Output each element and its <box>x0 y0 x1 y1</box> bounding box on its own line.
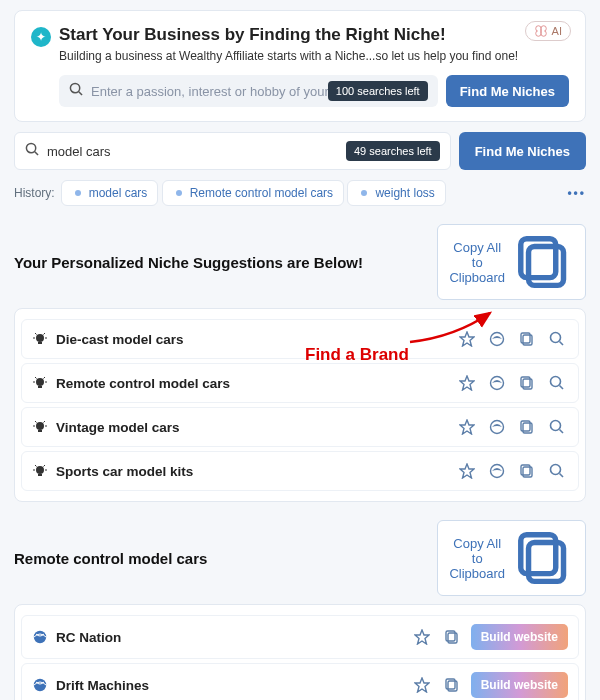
build-website-button[interactable]: Build website <box>471 624 568 650</box>
favorite-button[interactable] <box>456 460 478 482</box>
history-chip[interactable]: model cars <box>61 180 159 206</box>
brand-label: RC Nation <box>56 630 403 645</box>
copy-button[interactable] <box>516 372 538 394</box>
intro-find-button[interactable]: Find Me Niches <box>446 75 569 107</box>
history-chip[interactable]: weight loss <box>347 180 445 206</box>
favorite-button[interactable] <box>456 416 478 438</box>
suggestion-row: Sports car model kits <box>21 451 579 491</box>
copy-all-suggestions-button[interactable]: Copy All to Clipboard <box>437 224 586 300</box>
history-chip-label: Remote control model cars <box>190 186 333 200</box>
svg-point-14 <box>176 190 182 196</box>
brand-label: Drift Machines <box>56 678 403 693</box>
copy-button[interactable] <box>516 416 538 438</box>
search-icon <box>25 142 39 160</box>
copy-all-brands-button[interactable]: Copy All to Clipboard <box>437 520 586 596</box>
brands-list: RC NationBuild websiteDrift MachinesBuil… <box>14 604 586 700</box>
svg-point-15 <box>361 190 367 196</box>
tag-icon <box>358 187 370 199</box>
suggestion-label: Sports car model kits <box>56 464 448 479</box>
intro-subtitle: Building a business at Wealthy Affiliate… <box>59 49 569 63</box>
find-brand-button[interactable] <box>486 460 508 482</box>
history-row: History: model cars Remote control model… <box>14 180 586 206</box>
suggestions-list: Die-cast model carsRemote control model … <box>14 308 586 502</box>
bulb-icon <box>32 331 48 347</box>
history-chip-label: model cars <box>89 186 148 200</box>
search-icon <box>69 82 83 100</box>
brand-row: RC NationBuild website <box>21 615 579 659</box>
favorite-button[interactable] <box>411 674 433 696</box>
search-button[interactable] <box>546 372 568 394</box>
brands-heading: Remote control model cars <box>14 550 207 567</box>
copy-button[interactable] <box>441 626 463 648</box>
intro-card: AI ✦ Start Your Business by Finding the … <box>14 10 586 122</box>
copy-button[interactable] <box>516 328 538 350</box>
history-chip-label: weight loss <box>375 186 434 200</box>
suggestion-label: Vintage model cars <box>56 420 448 435</box>
find-brand-button[interactable] <box>486 416 508 438</box>
favorite-button[interactable] <box>456 372 478 394</box>
svg-point-13 <box>75 190 81 196</box>
brain-icon <box>534 24 548 38</box>
tag-icon <box>72 187 84 199</box>
main-find-button[interactable]: Find Me Niches <box>459 132 586 170</box>
bulb-icon <box>32 375 48 391</box>
brand-row: Drift MachinesBuild website <box>21 663 579 700</box>
search-button[interactable] <box>546 416 568 438</box>
copy-icon <box>513 527 575 589</box>
history-more-button[interactable]: ••• <box>567 186 586 200</box>
build-website-button[interactable]: Build website <box>471 672 568 698</box>
niche-icon: ✦ <box>31 27 51 47</box>
favorite-button[interactable] <box>456 328 478 350</box>
intro-title: Start Your Business by Finding the Right… <box>59 25 446 45</box>
history-chip[interactable]: Remote control model cars <box>162 180 344 206</box>
main-searches-left: 49 searches left <box>346 141 440 161</box>
tag-icon <box>173 187 185 199</box>
bulb-icon <box>32 463 48 479</box>
search-button[interactable] <box>546 460 568 482</box>
globe-icon <box>32 677 48 693</box>
main-search-row: 49 searches left Find Me Niches <box>14 132 586 170</box>
find-brand-button[interactable] <box>486 372 508 394</box>
suggestions-heading: Your Personalized Niche Suggestions are … <box>14 254 363 271</box>
copy-button[interactable] <box>516 460 538 482</box>
bulb-icon <box>32 419 48 435</box>
search-button[interactable] <box>546 328 568 350</box>
find-brand-button[interactable] <box>486 328 508 350</box>
suggestion-row: Vintage model cars <box>21 407 579 447</box>
globe-icon <box>32 629 48 645</box>
suggestion-row: Die-cast model cars <box>21 319 579 359</box>
copy-button[interactable] <box>441 674 463 696</box>
history-label: History: <box>14 186 55 200</box>
main-search-input[interactable] <box>47 144 346 159</box>
suggestion-label: Remote control model cars <box>56 376 448 391</box>
ai-badge: AI <box>525 21 571 41</box>
main-search-box[interactable]: 49 searches left <box>14 132 451 170</box>
copy-icon <box>513 231 575 293</box>
suggestion-row: Remote control model cars <box>21 363 579 403</box>
intro-search-box[interactable]: 100 searches left <box>59 75 438 107</box>
intro-search-input[interactable] <box>91 84 328 99</box>
intro-searches-left: 100 searches left <box>328 81 428 101</box>
favorite-button[interactable] <box>411 626 433 648</box>
annotation-label: Find a Brand <box>305 345 409 365</box>
